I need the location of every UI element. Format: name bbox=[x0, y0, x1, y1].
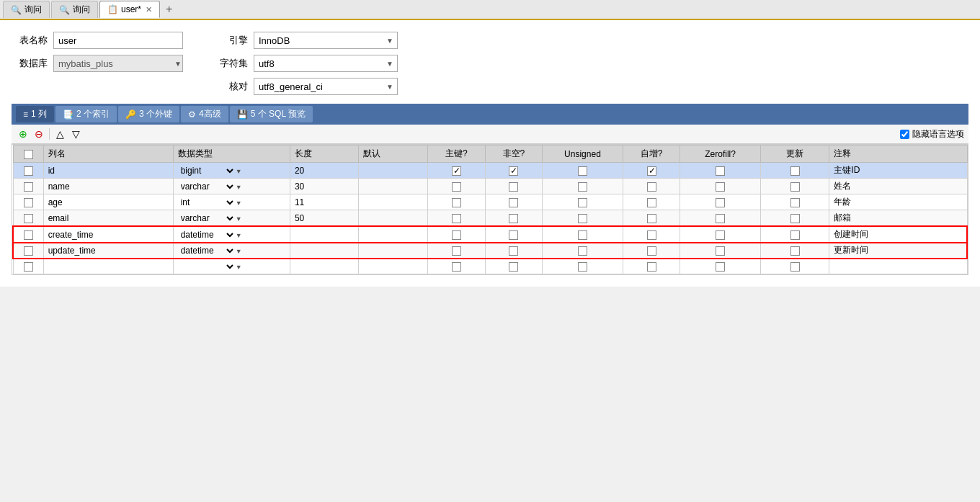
add-row-button[interactable]: ⊕ bbox=[16, 127, 30, 141]
row-zerofill-checkbox[interactable] bbox=[716, 182, 725, 192]
row-zerofill-checkbox[interactable] bbox=[716, 230, 725, 240]
move-down-button[interactable]: ▽ bbox=[68, 127, 83, 141]
row-auto-increment-checkbox[interactable] bbox=[647, 182, 656, 192]
hide-option-checkbox[interactable] bbox=[900, 130, 909, 139]
row-unsigned-checkbox[interactable] bbox=[578, 230, 587, 240]
row-type-select[interactable] bbox=[178, 261, 236, 272]
row-zerofill-checkbox[interactable] bbox=[716, 166, 725, 176]
remove-row-button[interactable]: ⊖ bbox=[32, 127, 46, 141]
row-zerofill-cell bbox=[680, 259, 760, 274]
row-notnull-checkbox[interactable] bbox=[509, 230, 518, 240]
row-unsigned-checkbox[interactable] bbox=[578, 214, 587, 223]
tab-query-2[interactable]: 🔍 询问 bbox=[51, 1, 98, 18]
row-pk-checkbox[interactable] bbox=[452, 198, 461, 207]
database-input[interactable] bbox=[53, 55, 183, 72]
row-name-input[interactable] bbox=[48, 246, 120, 256]
tab-foreign-keys[interactable]: 🔑 3 个外键 bbox=[118, 106, 179, 122]
table-name-input[interactable] bbox=[53, 32, 183, 49]
row-zerofill-checkbox[interactable] bbox=[716, 262, 725, 272]
row-pk-checkbox[interactable] bbox=[452, 246, 461, 256]
table-wrapper: 列名 数据类型 长度 默认 主键? 非空? Unsigned 自增? Zerof… bbox=[12, 144, 968, 275]
charset-row: 字符集 utf8 utf8mb4 ▼ bbox=[212, 55, 398, 72]
row-select-checkbox[interactable] bbox=[24, 198, 33, 207]
query-icon-2: 🔍 bbox=[59, 5, 70, 15]
row-pk-checkbox[interactable] bbox=[452, 214, 461, 223]
row-unsigned-checkbox[interactable] bbox=[578, 198, 587, 207]
row-auto-increment-checkbox[interactable] bbox=[647, 198, 656, 207]
row-auto-increment-checkbox[interactable] bbox=[647, 246, 656, 256]
row-zerofill-checkbox[interactable] bbox=[716, 198, 725, 207]
indexes-tab-icon: 📑 bbox=[63, 109, 74, 120]
row-select-checkbox[interactable] bbox=[24, 230, 33, 240]
row-unsigned-checkbox[interactable] bbox=[578, 262, 587, 272]
row-length-cell bbox=[290, 259, 359, 274]
toolbar: ⊕ ⊖ △ ▽ 隐藏语言选项 bbox=[12, 125, 968, 144]
row-unsigned-checkbox[interactable] bbox=[578, 166, 587, 176]
tab-advanced[interactable]: ⚙ 4高级 bbox=[181, 106, 228, 122]
collate-select[interactable]: utf8_general_ci utf8_unicode_ci bbox=[254, 78, 398, 95]
row-name-input[interactable] bbox=[48, 181, 120, 192]
row-notnull-checkbox[interactable] bbox=[509, 214, 518, 223]
row-select-checkbox[interactable] bbox=[24, 262, 33, 272]
row-zerofill-cell bbox=[680, 194, 760, 210]
row-auto-increment-checkbox[interactable] bbox=[647, 230, 656, 240]
tab-sql-preview[interactable]: 💾 5 个 SQL 预览 bbox=[230, 106, 313, 122]
tab-user[interactable]: 📋 user* ✕ bbox=[99, 1, 160, 18]
type-dropdown-icon: ▼ bbox=[236, 232, 242, 239]
row-notnull-cell bbox=[485, 179, 543, 194]
tab-query-1[interactable]: 🔍 询问 bbox=[3, 1, 50, 18]
row-update-checkbox[interactable] bbox=[790, 198, 800, 207]
row-update-checkbox[interactable] bbox=[790, 214, 800, 223]
tab-indexes[interactable]: 📑 2 个索引 bbox=[55, 106, 117, 122]
row-type-select[interactable]: datetime bbox=[178, 229, 236, 241]
row-notnull-checkbox[interactable] bbox=[509, 182, 518, 192]
engine-select[interactable]: InnoDB MyISAM bbox=[254, 32, 398, 49]
row-pk-checkbox[interactable] bbox=[452, 182, 461, 192]
row-type-select[interactable]: datetime bbox=[178, 245, 236, 256]
row-unsigned-checkbox[interactable] bbox=[578, 182, 587, 192]
row-name-input[interactable] bbox=[48, 197, 120, 207]
row-update-cell bbox=[760, 194, 829, 210]
row-type-select[interactable]: int bbox=[178, 197, 236, 208]
advanced-tab-icon: ⚙ bbox=[188, 109, 196, 120]
row-unsigned-checkbox[interactable] bbox=[578, 246, 587, 256]
row-name-cell bbox=[43, 179, 173, 194]
row-select-checkbox[interactable] bbox=[24, 182, 33, 192]
row-select-checkbox[interactable] bbox=[24, 166, 33, 176]
row-notnull-checkbox[interactable] bbox=[509, 262, 518, 272]
row-update-checkbox[interactable] bbox=[790, 246, 800, 256]
row-notnull-checkbox[interactable] bbox=[509, 246, 518, 256]
row-notnull-checkbox[interactable] bbox=[509, 166, 518, 176]
table-header-row: 列名 数据类型 长度 默认 主键? 非空? Unsigned 自增? Zerof… bbox=[13, 145, 967, 163]
row-update-checkbox[interactable] bbox=[790, 230, 800, 240]
tab-columns[interactable]: ≡ 1 列 bbox=[16, 106, 54, 122]
row-name-input[interactable] bbox=[48, 213, 120, 223]
row-default-cell bbox=[359, 210, 428, 227]
header-notnull: 非空? bbox=[485, 145, 543, 163]
row-pk-checkbox[interactable] bbox=[452, 262, 461, 272]
close-icon[interactable]: ✕ bbox=[146, 5, 152, 14]
row-type-select[interactable]: varchar bbox=[178, 181, 236, 192]
row-pk-checkbox[interactable] bbox=[452, 230, 461, 240]
header-checkbox[interactable] bbox=[24, 150, 33, 159]
row-notnull-checkbox[interactable] bbox=[509, 198, 518, 207]
row-auto-increment-checkbox[interactable] bbox=[647, 166, 656, 176]
row-select-checkbox[interactable] bbox=[24, 246, 33, 256]
add-tab-button[interactable]: + bbox=[161, 3, 177, 16]
row-type-select[interactable]: varchar bbox=[178, 212, 236, 224]
row-name-input[interactable] bbox=[48, 230, 120, 240]
charset-select[interactable]: utf8 utf8mb4 bbox=[254, 55, 398, 72]
row-zerofill-checkbox[interactable] bbox=[716, 214, 725, 223]
row-auto-increment-checkbox[interactable] bbox=[647, 262, 656, 272]
row-type-cell: ▼ bbox=[173, 259, 290, 274]
row-pk-checkbox[interactable] bbox=[452, 166, 461, 176]
row-select-checkbox[interactable] bbox=[24, 214, 33, 223]
row-auto-increment-checkbox[interactable] bbox=[647, 214, 656, 223]
move-up-button[interactable]: △ bbox=[53, 127, 67, 141]
row-zerofill-checkbox[interactable] bbox=[716, 246, 725, 256]
row-update-checkbox[interactable] bbox=[790, 262, 800, 272]
row-update-checkbox[interactable] bbox=[790, 166, 800, 176]
row-name-input[interactable] bbox=[48, 166, 120, 176]
row-type-select[interactable]: bigint bbox=[178, 165, 236, 176]
row-update-checkbox[interactable] bbox=[790, 182, 800, 192]
